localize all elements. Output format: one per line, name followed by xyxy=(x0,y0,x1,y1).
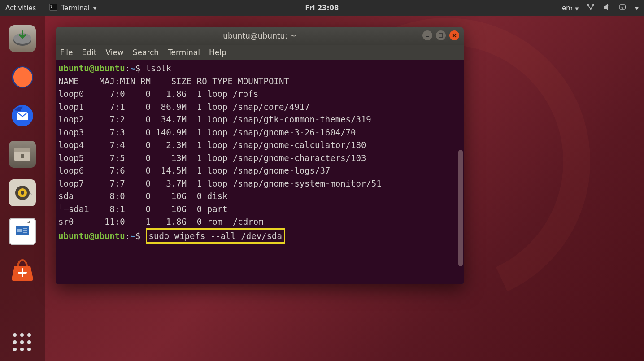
table-row: loop5 7:5 0 13M 1 loop /snap/gnome-chara… xyxy=(58,153,366,163)
table-row: sr0 11:0 1 1.8G 0 rom /cdrom xyxy=(58,217,264,226)
menu-terminal[interactable]: Terminal xyxy=(168,48,200,57)
svg-rect-13 xyxy=(21,154,24,158)
menu-help[interactable]: Help xyxy=(209,48,226,57)
terminal-window: ubuntu@ubuntu: ~ File Edit View Search T… xyxy=(56,27,464,284)
battery-icon[interactable] xyxy=(619,4,627,13)
dock-item-thunderbird[interactable] xyxy=(8,101,37,130)
prompt-path: ~ xyxy=(130,231,135,241)
svg-rect-18 xyxy=(17,229,22,232)
activities-button[interactable]: Activities xyxy=(5,4,36,12)
table-row: sda 8:0 0 10G 0 disk xyxy=(58,191,233,201)
dock-item-libreoffice-writer[interactable] xyxy=(8,217,37,246)
command-wipefs: sudo wipefs --all /dev/sda xyxy=(149,231,282,241)
table-row: loop7 7:7 0 3.7M 1 loop /snap/gnome-syst… xyxy=(58,178,382,188)
svg-rect-1 xyxy=(50,4,57,10)
window-titlebar[interactable]: ubuntu@ubuntu: ~ xyxy=(56,27,464,45)
table-row: loop1 7:1 0 86.9M 1 loop /snap/core/4917 xyxy=(58,102,310,112)
prompt-user: ubuntu@ubuntu xyxy=(58,63,125,73)
gnome-topbar: Activities Terminal ▼ Fri 23:08 en₁ ▼ ▼ xyxy=(0,0,644,16)
table-row: loop0 7:0 0 1.8G 1 loop /rofs xyxy=(58,89,258,99)
dock-item-ubuntu-software[interactable] xyxy=(8,256,37,284)
window-maximize-button[interactable] xyxy=(436,30,446,40)
dock-item-firefox[interactable] xyxy=(8,63,37,91)
ubuntu-dock xyxy=(0,16,45,361)
dock-item-install[interactable] xyxy=(8,24,37,53)
system-menu-caret[interactable]: ▼ xyxy=(635,6,639,11)
svg-rect-12 xyxy=(14,148,30,152)
svg-point-16 xyxy=(21,191,24,195)
terminal-content[interactable]: ubuntu@ubuntu:~$ lsblk NAME MAJ:MIN RM S… xyxy=(56,60,464,284)
menu-search[interactable]: Search xyxy=(133,48,159,57)
table-row: loop4 7:4 0 2.3M 1 loop /snap/gnome-calc… xyxy=(58,140,366,150)
table-row: loop3 7:3 0 140.9M 1 loop /snap/gnome-3-… xyxy=(58,127,356,137)
menu-view[interactable]: View xyxy=(105,48,123,57)
menu-file[interactable]: File xyxy=(60,48,73,57)
svg-rect-19 xyxy=(439,34,443,37)
table-row: └─sda1 8:1 0 10G 0 part xyxy=(58,204,233,214)
clock[interactable]: Fri 23:08 xyxy=(305,4,339,12)
dock-item-files[interactable] xyxy=(8,140,37,169)
highlighted-command: sudo wipefs --all /dev/sda xyxy=(146,228,285,244)
lsblk-header: NAME MAJ:MIN RM SIZE RO TYPE MOUNTPOINT xyxy=(58,76,289,86)
menu-edit[interactable]: Edit xyxy=(82,48,96,57)
terminal-menubar: File Edit View Search Terminal Help xyxy=(56,45,464,60)
app-menu[interactable]: Terminal ▼ xyxy=(49,4,96,13)
chevron-down-icon: ▼ xyxy=(93,6,97,11)
prompt-user: ubuntu@ubuntu xyxy=(58,231,125,241)
show-applications-button[interactable] xyxy=(13,333,32,352)
terminal-icon xyxy=(49,4,57,13)
svg-rect-6 xyxy=(625,6,626,8)
volume-icon[interactable] xyxy=(603,4,611,13)
window-minimize-button[interactable] xyxy=(422,30,432,40)
window-title: ubuntu@ubuntu: ~ xyxy=(223,31,296,40)
prompt-path: ~ xyxy=(130,63,135,73)
app-menu-label: Terminal xyxy=(61,4,89,12)
dock-item-rhythmbox[interactable] xyxy=(8,178,37,207)
command-lsblk: lsblk xyxy=(146,63,171,73)
window-close-button[interactable] xyxy=(449,30,459,40)
network-icon[interactable] xyxy=(587,4,595,13)
table-row: loop2 7:2 0 34.7M 1 loop /snap/gtk-commo… xyxy=(58,114,371,124)
terminal-scrollbar[interactable] xyxy=(458,150,463,266)
input-source-indicator[interactable]: en₁ ▼ xyxy=(562,4,579,12)
table-row: loop6 7:6 0 14.5M 1 loop /snap/gnome-log… xyxy=(58,165,330,175)
